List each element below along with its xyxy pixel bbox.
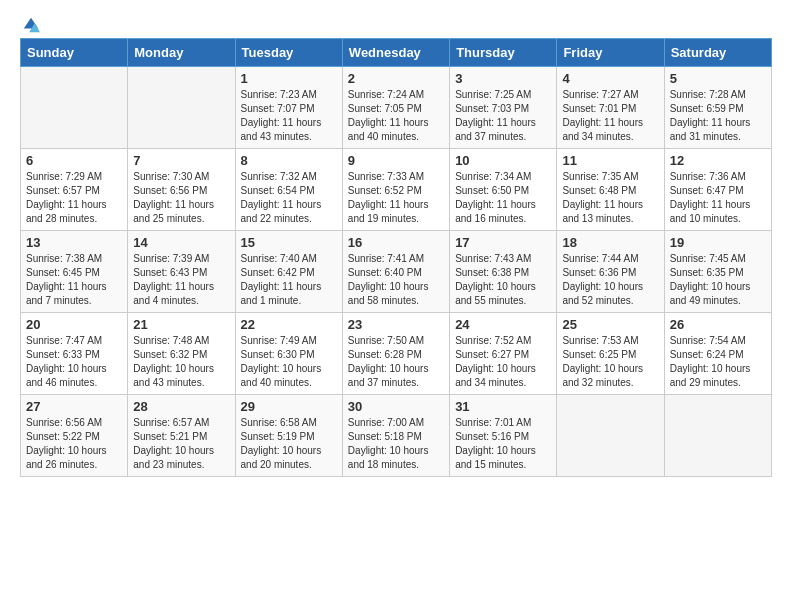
calendar-cell <box>557 395 664 477</box>
day-info: Sunrise: 7:48 AM Sunset: 6:32 PM Dayligh… <box>133 334 229 390</box>
day-info: Sunrise: 7:41 AM Sunset: 6:40 PM Dayligh… <box>348 252 444 308</box>
day-info: Sunrise: 7:54 AM Sunset: 6:24 PM Dayligh… <box>670 334 766 390</box>
day-info: Sunrise: 7:39 AM Sunset: 6:43 PM Dayligh… <box>133 252 229 308</box>
day-number: 6 <box>26 153 122 168</box>
day-number: 15 <box>241 235 337 250</box>
calendar-week-row: 27Sunrise: 6:56 AM Sunset: 5:22 PM Dayli… <box>21 395 772 477</box>
day-info: Sunrise: 6:56 AM Sunset: 5:22 PM Dayligh… <box>26 416 122 472</box>
calendar-cell: 12Sunrise: 7:36 AM Sunset: 6:47 PM Dayli… <box>664 149 771 231</box>
day-info: Sunrise: 6:57 AM Sunset: 5:21 PM Dayligh… <box>133 416 229 472</box>
day-number: 18 <box>562 235 658 250</box>
logo <box>20 16 40 30</box>
page-header <box>0 0 792 38</box>
day-of-week-header: Sunday <box>21 39 128 67</box>
calendar-cell: 7Sunrise: 7:30 AM Sunset: 6:56 PM Daylig… <box>128 149 235 231</box>
day-number: 12 <box>670 153 766 168</box>
day-info: Sunrise: 7:44 AM Sunset: 6:36 PM Dayligh… <box>562 252 658 308</box>
day-info: Sunrise: 7:43 AM Sunset: 6:38 PM Dayligh… <box>455 252 551 308</box>
calendar-cell: 23Sunrise: 7:50 AM Sunset: 6:28 PM Dayli… <box>342 313 449 395</box>
day-info: Sunrise: 7:40 AM Sunset: 6:42 PM Dayligh… <box>241 252 337 308</box>
day-info: Sunrise: 7:32 AM Sunset: 6:54 PM Dayligh… <box>241 170 337 226</box>
calendar-cell: 14Sunrise: 7:39 AM Sunset: 6:43 PM Dayli… <box>128 231 235 313</box>
calendar-cell: 16Sunrise: 7:41 AM Sunset: 6:40 PM Dayli… <box>342 231 449 313</box>
calendar-cell: 19Sunrise: 7:45 AM Sunset: 6:35 PM Dayli… <box>664 231 771 313</box>
day-number: 17 <box>455 235 551 250</box>
day-number: 27 <box>26 399 122 414</box>
calendar-cell <box>128 67 235 149</box>
day-number: 9 <box>348 153 444 168</box>
day-of-week-header: Monday <box>128 39 235 67</box>
day-number: 20 <box>26 317 122 332</box>
day-number: 13 <box>26 235 122 250</box>
day-of-week-header: Friday <box>557 39 664 67</box>
day-of-week-header: Tuesday <box>235 39 342 67</box>
day-info: Sunrise: 7:38 AM Sunset: 6:45 PM Dayligh… <box>26 252 122 308</box>
day-info: Sunrise: 7:23 AM Sunset: 7:07 PM Dayligh… <box>241 88 337 144</box>
day-number: 19 <box>670 235 766 250</box>
day-info: Sunrise: 7:47 AM Sunset: 6:33 PM Dayligh… <box>26 334 122 390</box>
day-number: 21 <box>133 317 229 332</box>
day-number: 30 <box>348 399 444 414</box>
day-info: Sunrise: 7:49 AM Sunset: 6:30 PM Dayligh… <box>241 334 337 390</box>
day-info: Sunrise: 7:28 AM Sunset: 6:59 PM Dayligh… <box>670 88 766 144</box>
calendar-cell: 22Sunrise: 7:49 AM Sunset: 6:30 PM Dayli… <box>235 313 342 395</box>
calendar-cell: 1Sunrise: 7:23 AM Sunset: 7:07 PM Daylig… <box>235 67 342 149</box>
calendar-cell: 27Sunrise: 6:56 AM Sunset: 5:22 PM Dayli… <box>21 395 128 477</box>
calendar-cell: 3Sunrise: 7:25 AM Sunset: 7:03 PM Daylig… <box>450 67 557 149</box>
day-info: Sunrise: 7:29 AM Sunset: 6:57 PM Dayligh… <box>26 170 122 226</box>
calendar-week-row: 6Sunrise: 7:29 AM Sunset: 6:57 PM Daylig… <box>21 149 772 231</box>
day-number: 8 <box>241 153 337 168</box>
day-number: 26 <box>670 317 766 332</box>
day-number: 11 <box>562 153 658 168</box>
day-info: Sunrise: 7:52 AM Sunset: 6:27 PM Dayligh… <box>455 334 551 390</box>
day-info: Sunrise: 7:25 AM Sunset: 7:03 PM Dayligh… <box>455 88 551 144</box>
day-of-week-header: Thursday <box>450 39 557 67</box>
day-number: 1 <box>241 71 337 86</box>
day-info: Sunrise: 7:36 AM Sunset: 6:47 PM Dayligh… <box>670 170 766 226</box>
day-of-week-header: Saturday <box>664 39 771 67</box>
day-number: 3 <box>455 71 551 86</box>
day-info: Sunrise: 7:35 AM Sunset: 6:48 PM Dayligh… <box>562 170 658 226</box>
calendar-cell: 10Sunrise: 7:34 AM Sunset: 6:50 PM Dayli… <box>450 149 557 231</box>
calendar-cell: 26Sunrise: 7:54 AM Sunset: 6:24 PM Dayli… <box>664 313 771 395</box>
day-of-week-header: Wednesday <box>342 39 449 67</box>
calendar-cell: 25Sunrise: 7:53 AM Sunset: 6:25 PM Dayli… <box>557 313 664 395</box>
day-number: 24 <box>455 317 551 332</box>
calendar-cell: 6Sunrise: 7:29 AM Sunset: 6:57 PM Daylig… <box>21 149 128 231</box>
calendar-cell: 4Sunrise: 7:27 AM Sunset: 7:01 PM Daylig… <box>557 67 664 149</box>
day-number: 23 <box>348 317 444 332</box>
day-number: 16 <box>348 235 444 250</box>
calendar-cell: 9Sunrise: 7:33 AM Sunset: 6:52 PM Daylig… <box>342 149 449 231</box>
calendar-cell: 2Sunrise: 7:24 AM Sunset: 7:05 PM Daylig… <box>342 67 449 149</box>
calendar-cell: 18Sunrise: 7:44 AM Sunset: 6:36 PM Dayli… <box>557 231 664 313</box>
calendar-cell: 15Sunrise: 7:40 AM Sunset: 6:42 PM Dayli… <box>235 231 342 313</box>
calendar-cell: 31Sunrise: 7:01 AM Sunset: 5:16 PM Dayli… <box>450 395 557 477</box>
calendar-week-row: 13Sunrise: 7:38 AM Sunset: 6:45 PM Dayli… <box>21 231 772 313</box>
calendar-cell: 21Sunrise: 7:48 AM Sunset: 6:32 PM Dayli… <box>128 313 235 395</box>
day-info: Sunrise: 7:34 AM Sunset: 6:50 PM Dayligh… <box>455 170 551 226</box>
calendar-cell: 28Sunrise: 6:57 AM Sunset: 5:21 PM Dayli… <box>128 395 235 477</box>
day-info: Sunrise: 7:45 AM Sunset: 6:35 PM Dayligh… <box>670 252 766 308</box>
day-number: 10 <box>455 153 551 168</box>
calendar-cell: 13Sunrise: 7:38 AM Sunset: 6:45 PM Dayli… <box>21 231 128 313</box>
calendar-cell: 5Sunrise: 7:28 AM Sunset: 6:59 PM Daylig… <box>664 67 771 149</box>
day-info: Sunrise: 7:01 AM Sunset: 5:16 PM Dayligh… <box>455 416 551 472</box>
day-info: Sunrise: 7:53 AM Sunset: 6:25 PM Dayligh… <box>562 334 658 390</box>
day-number: 2 <box>348 71 444 86</box>
day-number: 25 <box>562 317 658 332</box>
calendar-week-row: 1Sunrise: 7:23 AM Sunset: 7:07 PM Daylig… <box>21 67 772 149</box>
day-number: 4 <box>562 71 658 86</box>
calendar-cell <box>21 67 128 149</box>
day-number: 31 <box>455 399 551 414</box>
day-info: Sunrise: 7:27 AM Sunset: 7:01 PM Dayligh… <box>562 88 658 144</box>
day-number: 7 <box>133 153 229 168</box>
day-info: Sunrise: 7:30 AM Sunset: 6:56 PM Dayligh… <box>133 170 229 226</box>
day-number: 5 <box>670 71 766 86</box>
calendar-cell: 29Sunrise: 6:58 AM Sunset: 5:19 PM Dayli… <box>235 395 342 477</box>
calendar-cell: 17Sunrise: 7:43 AM Sunset: 6:38 PM Dayli… <box>450 231 557 313</box>
calendar-cell: 30Sunrise: 7:00 AM Sunset: 5:18 PM Dayli… <box>342 395 449 477</box>
day-info: Sunrise: 7:24 AM Sunset: 7:05 PM Dayligh… <box>348 88 444 144</box>
day-info: Sunrise: 6:58 AM Sunset: 5:19 PM Dayligh… <box>241 416 337 472</box>
day-number: 22 <box>241 317 337 332</box>
calendar-cell: 20Sunrise: 7:47 AM Sunset: 6:33 PM Dayli… <box>21 313 128 395</box>
